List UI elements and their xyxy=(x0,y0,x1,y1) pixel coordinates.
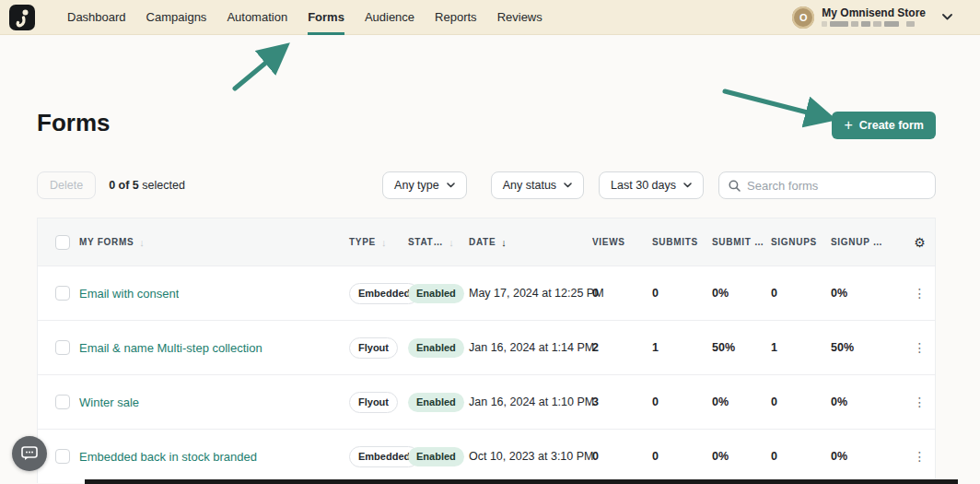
nav-reviews[interactable]: Reviews xyxy=(497,0,542,35)
chat-widget-button[interactable] xyxy=(12,436,47,471)
chevron-down-icon xyxy=(447,183,455,188)
row-checkbox[interactable] xyxy=(55,340,70,355)
avatar: O xyxy=(792,6,814,29)
form-name-link[interactable]: Embedded back in stock branded xyxy=(79,450,257,464)
submits-cell: 0 xyxy=(652,395,712,408)
status-badge: Enabled xyxy=(408,284,464,303)
column-views[interactable]: VIEWS xyxy=(592,237,652,247)
chat-bubble-icon xyxy=(21,446,38,461)
select-all-checkbox[interactable] xyxy=(55,235,70,250)
type-badge: Flyout xyxy=(349,337,398,359)
filter-date-range-dropdown[interactable]: Last 30 days xyxy=(599,171,704,199)
table-header-row: MY FORMS↓ TYPE↓ STAT…↓ DATE↓ VIEWS SUBMI… xyxy=(38,218,935,266)
kebab-menu-icon[interactable]: ⋮ xyxy=(914,450,927,463)
column-my-forms[interactable]: MY FORMS↓ xyxy=(79,237,349,248)
filter-type-dropdown[interactable]: Any type xyxy=(382,171,467,199)
nav-campaigns[interactable]: Campaigns xyxy=(146,0,207,35)
omnisend-logo-icon[interactable] xyxy=(9,5,35,30)
row-checkbox[interactable] xyxy=(55,449,70,464)
views-cell: 3 xyxy=(592,395,652,408)
sort-icon: ↓ xyxy=(139,237,145,248)
sort-icon: ↓ xyxy=(381,237,387,248)
submits-cell: 1 xyxy=(652,341,712,354)
table-row: Winter sale Flyout Enabled Jan 16, 2024 … xyxy=(38,374,935,429)
delete-button[interactable]: Delete xyxy=(37,171,96,199)
search-input[interactable] xyxy=(747,179,926,193)
signups-cell: 0 xyxy=(771,287,831,300)
table-toolbar: Delete 0 of 5 selected Any type Any stat… xyxy=(37,171,936,199)
signups-cell: 0 xyxy=(771,395,831,408)
status-badge: Enabled xyxy=(408,393,464,412)
views-cell: 0 xyxy=(592,287,652,300)
submits-cell: 0 xyxy=(652,450,712,463)
column-submit-rate[interactable]: SUBMIT … xyxy=(712,237,771,247)
arrow-to-create-form xyxy=(725,91,829,118)
column-signups[interactable]: SIGNUPS xyxy=(771,237,831,247)
column-type[interactable]: TYPE↓ xyxy=(349,237,408,248)
column-submits[interactable]: SUBMITS xyxy=(652,237,712,247)
submit-rate-cell: 50% xyxy=(712,341,771,354)
nav-automation[interactable]: Automation xyxy=(227,0,287,35)
page-title: Forms xyxy=(37,109,110,137)
signups-cell: 1 xyxy=(771,341,831,354)
top-navigation-bar: Dashboard Campaigns Automation Forms Aud… xyxy=(0,0,980,35)
search-icon xyxy=(729,180,741,192)
store-name: My Omnisend Store xyxy=(822,7,926,18)
form-name-link[interactable]: Winter sale xyxy=(79,395,139,409)
account-menu[interactable]: O My Omnisend Store xyxy=(792,6,952,29)
sort-icon: ↓ xyxy=(449,237,454,248)
nav-dashboard[interactable]: Dashboard xyxy=(67,0,126,35)
date-cell: Jan 16, 2024 at 1:14 PM xyxy=(469,341,592,354)
date-cell: Jan 16, 2024 at 1:10 PM xyxy=(469,395,592,408)
table-row: Email with consent Embedded Enabled May … xyxy=(38,266,935,320)
arrow-to-forms-tab xyxy=(235,48,284,89)
gear-icon[interactable]: ⚙ xyxy=(914,236,926,249)
nav-forms[interactable]: Forms xyxy=(308,0,344,35)
submit-rate-cell: 0% xyxy=(712,395,771,408)
signup-rate-cell: 0% xyxy=(831,287,904,300)
signup-rate-cell: 0% xyxy=(831,450,904,463)
column-signup-rate[interactable]: SIGNUP … xyxy=(831,237,904,247)
plus-icon: + xyxy=(844,118,852,133)
chevron-down-icon xyxy=(683,183,692,188)
table-row: Embedded back in stock branded Embedded … xyxy=(38,429,935,483)
forms-page: Dashboard Campaigns Automation Forms Aud… xyxy=(0,0,980,484)
signup-rate-cell: 0% xyxy=(831,395,904,408)
chevron-down-icon xyxy=(564,183,572,188)
date-cell: May 17, 2024 at 12:25 PM xyxy=(469,287,592,300)
create-form-label: Create form xyxy=(859,119,924,132)
date-cell: Oct 10, 2023 at 3:10 PM xyxy=(469,450,592,463)
main-nav: Dashboard Campaigns Automation Forms Aud… xyxy=(67,0,542,35)
video-progress-bar xyxy=(85,479,958,484)
signups-cell: 0 xyxy=(771,450,831,463)
chevron-down-icon xyxy=(942,14,952,20)
kebab-menu-icon[interactable]: ⋮ xyxy=(914,341,927,354)
status-badge: Enabled xyxy=(408,338,464,358)
row-checkbox[interactable] xyxy=(55,286,70,301)
form-name-link[interactable]: Email with consent xyxy=(79,287,179,301)
filter-status-dropdown[interactable]: Any status xyxy=(491,171,584,199)
status-badge: Enabled xyxy=(408,447,464,466)
store-url-redacted xyxy=(822,21,926,28)
kebab-menu-icon[interactable]: ⋮ xyxy=(914,287,927,300)
forms-table: MY FORMS↓ TYPE↓ STAT…↓ DATE↓ VIEWS SUBMI… xyxy=(37,218,936,483)
column-status[interactable]: STAT…↓ xyxy=(408,237,469,248)
submit-rate-cell: 0% xyxy=(712,450,771,463)
nav-reports[interactable]: Reports xyxy=(435,0,477,35)
submits-cell: 0 xyxy=(652,287,712,300)
views-cell: 0 xyxy=(592,450,652,463)
kebab-menu-icon[interactable]: ⋮ xyxy=(914,395,927,408)
row-checkbox[interactable] xyxy=(55,395,70,409)
form-name-link[interactable]: Email & name Multi-step collection xyxy=(79,341,262,355)
sort-desc-icon: ↓ xyxy=(501,237,507,248)
store-info: My Omnisend Store xyxy=(822,7,926,28)
type-badge: Flyout xyxy=(349,392,398,413)
views-cell: 2 xyxy=(592,341,652,354)
selection-count: 0 of 5 selected xyxy=(109,179,185,192)
signup-rate-cell: 50% xyxy=(831,341,904,354)
nav-audience[interactable]: Audience xyxy=(365,0,414,35)
filters: Any type Any status Last 30 days xyxy=(382,171,936,199)
column-date[interactable]: DATE↓ xyxy=(469,237,592,248)
search-box xyxy=(718,171,936,199)
create-form-button[interactable]: + Create form xyxy=(832,112,936,139)
